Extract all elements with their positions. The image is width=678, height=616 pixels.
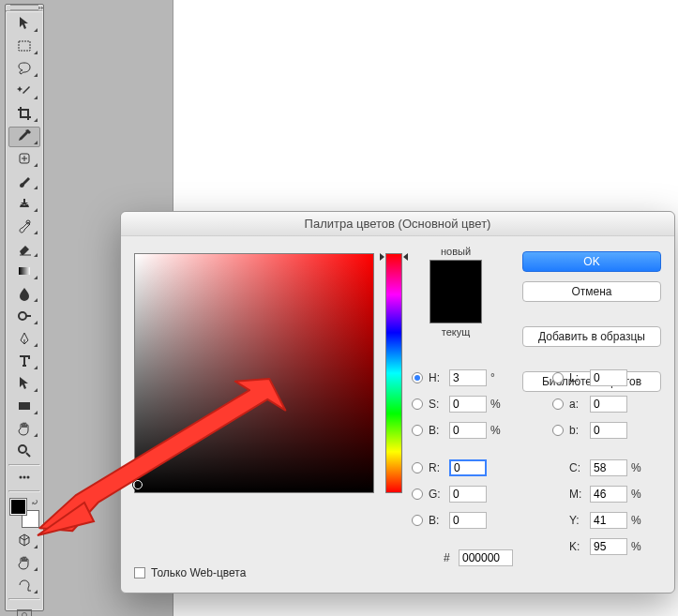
svg-point-8 [23, 475, 26, 478]
dodge-tool[interactable] [8, 307, 40, 327]
label-Brgb: B: [429, 514, 445, 527]
hash-label: # [444, 551, 455, 564]
edit-toolbar-tool-icon [17, 470, 32, 488]
sv-color-field[interactable] [134, 253, 374, 493]
label-M: M: [569, 488, 586, 501]
rectangle-shape-tool[interactable] [8, 397, 40, 417]
current-label: текущ [412, 326, 500, 338]
svg-rect-0 [19, 41, 30, 51]
radio-blab[interactable] [552, 425, 564, 436]
swap-colors-icon[interactable]: ⤾ [31, 497, 38, 507]
eyedropper-tool[interactable] [8, 127, 40, 147]
input-C[interactable] [590, 459, 627, 476]
unit-H: ° [490, 371, 504, 384]
radio-H[interactable] [412, 372, 423, 383]
hand-tool-dup-icon [17, 555, 32, 573]
unit-C: % [631, 461, 644, 474]
radio-G[interactable] [412, 488, 423, 500]
move-tool[interactable] [8, 14, 40, 35]
zoom-tool-icon [17, 443, 32, 461]
radio-Bhsb[interactable] [412, 425, 423, 436]
gradient-tool[interactable] [8, 262, 40, 282]
ok-button[interactable]: OK [522, 251, 661, 272]
move-tool-icon [17, 16, 32, 34]
input-H[interactable] [449, 369, 487, 386]
edit-toolbar-tool[interactable] [8, 468, 40, 488]
svg-point-9 [27, 475, 30, 478]
web-colors-only[interactable]: Только Web-цвета [134, 566, 246, 579]
foreground-background-colors[interactable]: ⤾ [8, 497, 40, 529]
input-L[interactable] [590, 369, 627, 386]
svg-point-7 [20, 475, 23, 478]
unit-K: % [631, 540, 644, 553]
eraser-tool[interactable] [8, 239, 40, 260]
input-blab[interactable] [590, 422, 627, 439]
lasso-tool[interactable] [8, 59, 40, 80]
input-Y[interactable] [590, 512, 627, 529]
input-G[interactable] [449, 486, 487, 503]
input-M[interactable] [590, 486, 627, 503]
checkbox-icon[interactable] [134, 567, 145, 578]
radio-a[interactable] [552, 398, 564, 410]
history-brush-tool-icon [17, 218, 32, 236]
preview-current [430, 292, 481, 323]
type-tool[interactable] [8, 352, 40, 372]
lab-cmyk-block: L: a: b: [552, 368, 661, 557]
input-R[interactable] [449, 459, 487, 476]
label-L: L: [569, 371, 586, 384]
input-Brgb[interactable] [449, 512, 487, 529]
pen-tool[interactable] [8, 329, 40, 350]
radio-S[interactable] [412, 398, 423, 410]
hand-tool[interactable] [8, 419, 40, 440]
healing-brush-tool[interactable] [8, 149, 40, 170]
blur-tool[interactable] [8, 284, 40, 305]
svg-rect-3 [19, 267, 30, 275]
unit-S: % [490, 398, 504, 411]
input-Bhsb[interactable] [449, 422, 487, 439]
radio-L[interactable] [552, 372, 564, 383]
path-selection-tool[interactable] [8, 374, 40, 395]
rectangular-marquee-tool-icon [17, 38, 32, 56]
panel-grip[interactable] [6, 5, 43, 10]
lasso-tool-icon [17, 61, 32, 79]
preview-swatch[interactable] [429, 260, 482, 323]
3d-tool-icon [17, 533, 32, 550]
label-Y: Y: [569, 514, 586, 527]
rectangle-shape-tool-icon [17, 398, 32, 416]
rectangular-marquee-tool[interactable] [8, 37, 40, 57]
input-S[interactable] [449, 396, 487, 413]
magic-wand-tool[interactable] [8, 82, 40, 102]
label-Bhsb: B: [429, 424, 445, 437]
crop-tool-icon [17, 106, 32, 124]
hue-slider[interactable] [385, 253, 402, 493]
row-L: L: [552, 368, 661, 388]
dialog-title[interactable]: Палитра цветов (Основной цвет) [121, 212, 674, 236]
svg-point-4 [19, 312, 26, 320]
add-swatch-button[interactable]: Добавить в образцы [522, 326, 661, 347]
quick-mask-toggle[interactable] [8, 606, 40, 616]
label-G: G: [429, 488, 445, 501]
hand-tool-dup[interactable] [8, 553, 40, 574]
rotate-view-tool[interactable] [8, 576, 40, 596]
brush-tool[interactable] [8, 172, 40, 192]
history-brush-tool[interactable] [8, 217, 40, 237]
input-a[interactable] [590, 396, 627, 413]
brush-tool-icon [17, 173, 32, 191]
crop-tool[interactable] [8, 104, 40, 125]
label-C: C: [569, 461, 586, 474]
radio-R[interactable] [412, 462, 423, 473]
svg-point-6 [19, 445, 26, 453]
input-K[interactable] [590, 538, 627, 555]
quick-mask-icon [17, 609, 32, 616]
label-R: R: [429, 461, 445, 474]
cancel-button[interactable]: Отмена [522, 281, 661, 302]
row-blab: b: [552, 420, 661, 441]
radio-Brgb[interactable] [412, 515, 423, 526]
foreground-color-swatch[interactable] [9, 498, 27, 516]
svg-rect-5 [19, 402, 30, 410]
3d-tool[interactable] [8, 531, 40, 551]
pen-tool-icon [17, 331, 32, 349]
input-hex[interactable] [459, 549, 513, 566]
clone-stamp-tool[interactable] [8, 194, 40, 215]
zoom-tool[interactable] [8, 442, 40, 462]
